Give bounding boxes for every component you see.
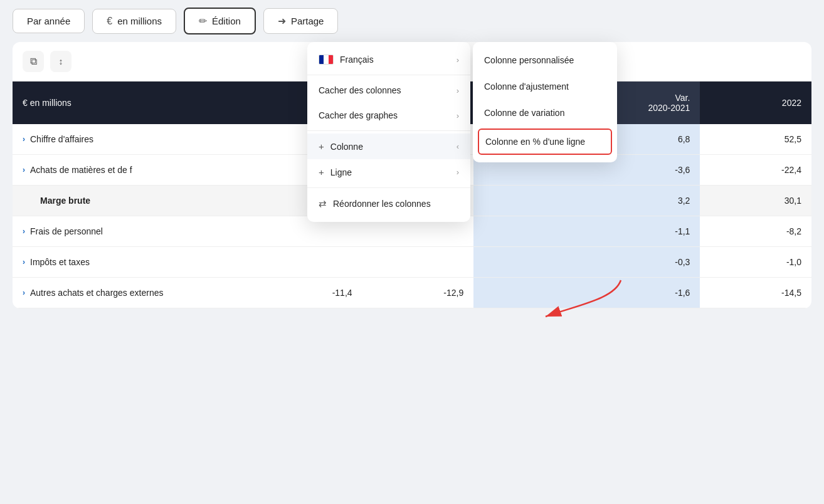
main-area: ⧉ ↕ € en millions 2020 2021 Var.2020-202… [0, 42, 824, 308]
chevron-right-icon: › [457, 86, 459, 95]
colonne-ajustement-label: Colonne d'ajustement [484, 81, 569, 92]
chevron-right-icon: › [457, 111, 459, 120]
en-millions-label: en millions [117, 16, 162, 26]
edit-icon: ✏ [199, 15, 207, 27]
table-row: › Autres achats et charges externes -11,… [13, 278, 811, 308]
chevron-right-icon: › [457, 55, 459, 65]
cell: -22,4 [700, 155, 811, 186]
menu-divider [307, 75, 470, 75]
menu-item-colonne[interactable]: + Colonne ‹ [307, 134, 470, 159]
euro-icon: € [107, 16, 112, 27]
cell: 30,1 [700, 186, 811, 216]
cell: -11,4 [251, 278, 362, 308]
menu-ligne-label: Ligne [330, 167, 352, 177]
cell: -1,0 [700, 247, 811, 278]
row-label-achats: › Achats de matières et de f [13, 155, 251, 186]
col-header-label: € en millions [13, 81, 251, 124]
copy-button[interactable]: ⧉ [23, 51, 44, 72]
cell-var: 3,2 [473, 186, 700, 216]
en-millions-button[interactable]: € en millions [92, 9, 176, 34]
partage-button[interactable]: ➜ Partage [263, 8, 339, 34]
menu-divider [307, 187, 470, 188]
submenu-item-pct[interactable]: Colonne en % d'une ligne [478, 129, 612, 155]
par-annee-label: Par année [27, 16, 70, 26]
menu-item-cacher-graphes[interactable]: Cacher des graphes › [307, 103, 470, 128]
menu-cacher-graphes-label: Cacher des graphes [319, 110, 398, 120]
cell-var: -1,6 [473, 278, 700, 308]
cell: -8,2 [700, 216, 811, 247]
colonne-variation-label: Colonne de variation [484, 108, 564, 118]
menu-colonne-label: Colonne [330, 142, 363, 152]
edition-label: Édition [212, 16, 241, 26]
expand-icon[interactable]: › [23, 227, 25, 236]
cell-var: -1,1 [473, 216, 700, 247]
expand-icon[interactable]: › [23, 258, 25, 266]
menu-divider [307, 130, 470, 131]
colonne-pct-label: Colonne en % d'une ligne [485, 137, 585, 147]
sort-button[interactable]: ↕ [50, 51, 71, 72]
cell: -14,5 [700, 278, 811, 308]
colonne-submenu: Colonne personnalisée Colonne d'ajusteme… [473, 42, 617, 162]
cell [251, 247, 362, 278]
chevron-left-icon: ‹ [457, 142, 459, 151]
menu-item-francais[interactable]: Français › [307, 47, 470, 72]
cell: -12,9 [362, 278, 474, 308]
par-annee-button[interactable]: Par année [13, 9, 85, 33]
expand-icon[interactable]: › [23, 135, 25, 144]
plus-icon: + [319, 141, 324, 152]
flag-france-icon [319, 55, 334, 65]
menu-item-ligne[interactable]: + Ligne › [307, 159, 470, 185]
copy-icon: ⧉ [30, 56, 37, 67]
cell [362, 247, 474, 278]
submenu-item-variation[interactable]: Colonne de variation [473, 100, 617, 126]
cell: 52,5 [700, 124, 811, 155]
reorder-icon: ⇄ [319, 198, 327, 209]
partage-label: Partage [291, 16, 324, 26]
row-label-autres: › Autres achats et charges externes [13, 278, 251, 308]
row-label-impots: › Impôts et taxes [13, 247, 251, 278]
menu-reordonner-label: Réordonner les colonnes [333, 199, 431, 209]
share-icon: ➜ [278, 15, 286, 27]
cell-var: -0,3 [473, 247, 700, 278]
chevron-right-icon: › [457, 167, 459, 177]
menu-francais-label: Français [340, 55, 374, 65]
row-label-marge: Marge brute [13, 186, 251, 216]
row-label-chiffre: › Chiffre d'affaires [13, 124, 251, 155]
menu-item-reordonner[interactable]: ⇄ Réordonner les colonnes [307, 191, 470, 217]
plus-icon: + [319, 167, 324, 177]
edition-button[interactable]: ✏ Édition [184, 8, 256, 34]
row-label-frais: › Frais de personnel [13, 216, 251, 247]
sort-icon: ↕ [59, 56, 63, 66]
menu-cacher-colonnes-label: Cacher des colonnes [319, 85, 401, 95]
table-row: › Impôts et taxes -0,3 -1,0 [13, 247, 811, 278]
submenu-item-ajustement[interactable]: Colonne d'ajustement [473, 73, 617, 100]
col-header-2022: 2022 [700, 81, 811, 124]
menu-item-cacher-colonnes[interactable]: Cacher des colonnes › [307, 78, 470, 103]
edition-dropdown: Français › Cacher des colonnes › Cacher … [307, 42, 470, 222]
expand-icon[interactable]: › [23, 165, 25, 174]
expand-icon[interactable]: › [23, 288, 25, 297]
colonne-perso-label: Colonne personnalisée [484, 55, 574, 65]
main-toolbar: Par année € en millions ✏ Édition ➜ Part… [0, 0, 824, 42]
submenu-item-perso[interactable]: Colonne personnalisée [473, 47, 617, 73]
